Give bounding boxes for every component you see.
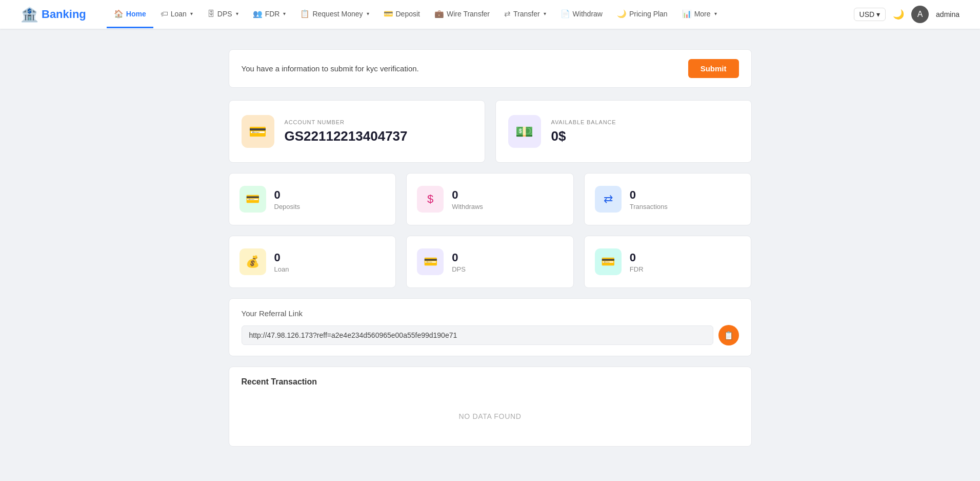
loan-nav-arrow-icon: ▾ <box>190 11 193 16</box>
more-nav-arrow-icon: ▾ <box>714 11 717 16</box>
more-nav-label: More <box>694 10 711 18</box>
logo-icon: 🏦 <box>21 6 38 23</box>
logo[interactable]: 🏦 Banking <box>21 6 86 23</box>
header-right: USD ▾ 🌙 A admina <box>854 6 959 23</box>
deposits-stat-label: Deposits <box>274 203 301 210</box>
balance-card: 💵 AVAILABLE BALANCE 0$ <box>495 100 752 163</box>
transfer-nav-label: Transfer <box>513 10 540 18</box>
deposit-nav-label: Deposit <box>396 10 420 18</box>
kyc-submit-button[interactable]: Submit <box>688 59 739 78</box>
withdraws-stat-count: 0 <box>452 188 483 202</box>
withdraw-nav-icon: 📄 <box>561 9 570 18</box>
nav-item-more[interactable]: 📊 More ▾ <box>675 1 724 28</box>
fdr-nav-icon: 👥 <box>253 9 263 18</box>
brand-name: Banking <box>42 8 86 21</box>
fdr-nav-arrow-icon: ▾ <box>283 11 286 16</box>
stat-card-transactions: ⇄ 0 Transactions <box>584 173 752 225</box>
request-money-nav-arrow-icon: ▾ <box>367 11 369 16</box>
request-money-nav-label: Request Money <box>312 10 363 18</box>
dps-nav-arrow-icon: ▾ <box>236 11 238 16</box>
dps-nav-icon: 🗄 <box>207 9 215 18</box>
deposits-stat-icon-wrap: 💳 <box>239 186 266 213</box>
account-info: ACCOUNT NUMBER GS22112213404737 <box>285 119 408 144</box>
withdraws-stat-info: 0 Withdraws <box>452 188 483 210</box>
referral-input-row: 📋 <box>242 325 739 345</box>
stat-card-fdr: 💳 0 FDR <box>584 236 752 288</box>
avatar[interactable]: A <box>911 6 929 23</box>
deposits-stat-info: 0 Deposits <box>274 188 301 210</box>
fdr-stat-count: 0 <box>630 251 644 264</box>
transfer-nav-icon: ⇄ <box>504 9 511 18</box>
account-balance-row: 💳 ACCOUNT NUMBER GS22112213404737 💵 AVAI… <box>229 100 752 163</box>
balance-info: AVAILABLE BALANCE 0$ <box>551 119 616 144</box>
currency-selector[interactable]: USD ▾ <box>854 8 886 21</box>
transactions-stat-icon: ⇄ <box>604 193 613 206</box>
more-nav-icon: 📊 <box>682 9 692 18</box>
header: 🏦 Banking 🏠 Home 🏷 Loan ▾🗄 DPS ▾👥 FDR ▾📋… <box>0 0 980 29</box>
wire-transfer-nav-label: Wire Transfer <box>447 10 490 18</box>
loan-stat-info: 0 Loan <box>274 251 289 273</box>
balance-value: 0$ <box>551 128 616 144</box>
nav-item-home[interactable]: 🏠 Home <box>107 1 153 28</box>
fdr-stat-icon: 💳 <box>601 255 615 268</box>
dps-nav-label: DPS <box>217 10 232 18</box>
home-nav-icon: 🏠 <box>114 9 124 18</box>
fdr-stat-info: 0 FDR <box>630 251 644 273</box>
recent-transaction-card: Recent Transaction NO DATA FOUND <box>229 367 752 447</box>
deposits-stat-icon: 💳 <box>246 193 259 206</box>
withdraw-nav-label: Withdraw <box>573 10 603 18</box>
nav-item-withdraw[interactable]: 📄 Withdraw <box>553 1 610 28</box>
no-data-message: NO DATA FOUND <box>242 397 739 436</box>
transactions-stat-icon-wrap: ⇄ <box>595 186 622 213</box>
account-icon-wrap: 💳 <box>242 115 274 148</box>
withdraws-stat-icon: $ <box>427 193 433 206</box>
fdr-nav-label: FDR <box>265 10 280 18</box>
admin-name: admina <box>936 10 959 18</box>
stat-card-dps: 💳 0 DPS <box>406 236 574 288</box>
dps-stat-info: 0 DPS <box>452 251 466 273</box>
dps-stat-icon: 💳 <box>424 255 437 268</box>
referral-title: Your Referral Link <box>242 309 739 318</box>
deposit-nav-icon: 💳 <box>384 9 393 18</box>
dps-stat-count: 0 <box>452 251 466 264</box>
fdr-stat-label: FDR <box>630 265 644 273</box>
deposits-stat-count: 0 <box>274 188 301 202</box>
stat-card-loan: 💰 0 Loan <box>229 236 396 288</box>
transactions-stat-count: 0 <box>630 188 668 202</box>
request-money-nav-icon: 📋 <box>300 9 310 18</box>
nav-item-fdr[interactable]: 👥 FDR ▾ <box>246 1 293 28</box>
balance-label: AVAILABLE BALANCE <box>551 119 616 125</box>
account-label: ACCOUNT NUMBER <box>285 119 408 125</box>
stat-card-deposits: 💳 0 Deposits <box>229 173 396 225</box>
money-icon: 💵 <box>515 123 533 140</box>
wire-transfer-nav-icon: 💼 <box>434 9 444 18</box>
currency-arrow-icon: ▾ <box>876 10 880 18</box>
currency-value: USD <box>859 10 875 18</box>
main-content: You have a information to submit for kyc… <box>218 49 762 447</box>
withdraws-stat-icon-wrap: $ <box>417 186 444 213</box>
withdraws-stat-label: Withdraws <box>452 203 483 210</box>
nav-item-loan[interactable]: 🏷 Loan ▾ <box>153 1 200 28</box>
nav-item-dps[interactable]: 🗄 DPS ▾ <box>200 1 246 28</box>
dps-stat-icon-wrap: 💳 <box>417 248 444 275</box>
nav-item-request-money[interactable]: 📋 Request Money ▾ <box>293 1 376 28</box>
dps-stat-label: DPS <box>452 265 466 273</box>
wallet-icon: 💳 <box>249 123 267 140</box>
dark-mode-toggle[interactable]: 🌙 <box>893 9 904 20</box>
loan-nav-icon: 🏷 <box>161 9 168 18</box>
copy-referral-button[interactable]: 📋 <box>718 325 739 345</box>
loan-stat-label: Loan <box>274 265 289 273</box>
nav-item-deposit[interactable]: 💳 Deposit <box>376 1 427 28</box>
pricing-plan-nav-icon: 🌙 <box>617 9 627 18</box>
account-number-card: 💳 ACCOUNT NUMBER GS22112213404737 <box>229 100 485 163</box>
referral-link-input[interactable] <box>242 325 713 345</box>
transactions-stat-label: Transactions <box>630 203 668 210</box>
kyc-banner: You have a information to submit for kyc… <box>229 49 752 88</box>
nav-item-pricing-plan[interactable]: 🌙 Pricing Plan <box>610 1 675 28</box>
recent-transaction-title: Recent Transaction <box>242 377 739 387</box>
stat-card-withdraws: $ 0 Withdraws <box>406 173 574 225</box>
copy-icon: 📋 <box>724 331 734 340</box>
home-nav-label: Home <box>126 10 146 18</box>
nav-item-wire-transfer[interactable]: 💼 Wire Transfer <box>427 1 497 28</box>
nav-item-transfer[interactable]: ⇄ Transfer ▾ <box>497 1 553 28</box>
